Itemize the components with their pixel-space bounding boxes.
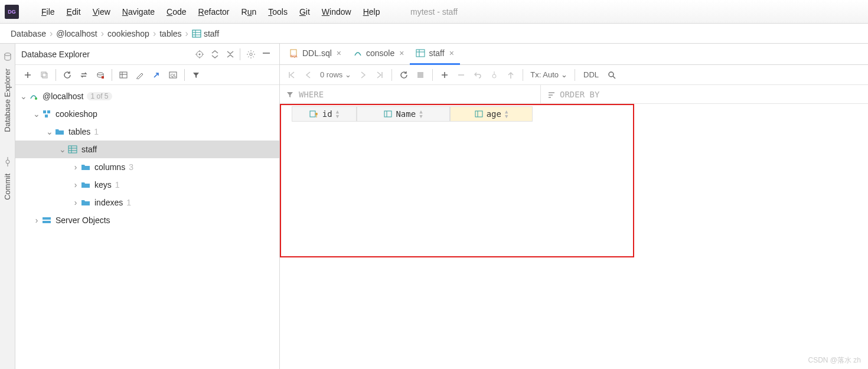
rows-count[interactable]: 0 rows ⌄ <box>318 70 354 79</box>
menu-help[interactable]: Help <box>357 5 386 19</box>
commit-tool[interactable]: Commit <box>3 174 12 200</box>
commit-button[interactable] <box>487 68 501 82</box>
orderby-filter-input[interactable]: ORDER BY <box>541 85 605 103</box>
sync-button[interactable] <box>76 67 92 83</box>
folder-icon <box>80 162 91 172</box>
add-button[interactable] <box>20 67 35 83</box>
search-button[interactable] <box>605 68 619 82</box>
datasource-icon <box>28 91 39 102</box>
ddl-button[interactable]: DDL <box>580 70 602 79</box>
menu-file[interactable]: File <box>35 5 61 19</box>
hide-panel-icon[interactable] <box>259 47 273 61</box>
menu-navigate[interactable]: Navigate <box>116 5 161 19</box>
svg-point-42 <box>609 72 614 77</box>
edit-button[interactable] <box>132 67 148 83</box>
collapse-all-icon[interactable] <box>223 47 237 61</box>
svg-rect-27 <box>47 110 50 113</box>
tree-tables[interactable]: ⌄ tables 1 <box>15 123 279 141</box>
commit-icon[interactable] <box>3 157 12 166</box>
chevron-right-icon[interactable]: › <box>71 162 80 172</box>
menu-tools[interactable]: Tools <box>262 5 293 19</box>
tree-host[interactable]: ⌄ @localhost 1 of 5 <box>15 87 279 105</box>
close-icon[interactable]: × <box>337 48 341 58</box>
chevron-down-icon[interactable]: ⌄ <box>58 145 67 154</box>
menu-refactor[interactable]: Refactor <box>192 5 236 19</box>
crumb-tables[interactable]: tables <box>159 29 181 38</box>
menu-code[interactable]: Code <box>161 5 192 19</box>
menu-edit[interactable]: Edit <box>61 5 87 19</box>
chevron-right-icon[interactable]: › <box>71 198 80 207</box>
svg-rect-20 <box>120 72 127 78</box>
prev-page-button[interactable] <box>301 68 315 82</box>
stop-query-button[interactable] <box>413 68 428 82</box>
last-page-button[interactable] <box>373 68 387 82</box>
tree-server-objects[interactable]: › Server Objects <box>15 211 279 229</box>
column-header-id[interactable]: id ▲▼ <box>292 106 357 122</box>
filter-icon <box>286 90 294 99</box>
table-icon <box>416 48 425 58</box>
column-header-name[interactable]: Name ▲▼ <box>357 106 450 122</box>
svg-rect-37 <box>416 50 425 57</box>
tree-table-staff[interactable]: ⌄ staff <box>15 141 279 158</box>
folder-icon <box>80 197 91 208</box>
column-header-age[interactable]: age ▲▼ <box>450 106 533 122</box>
console-icon <box>353 48 363 58</box>
next-page-button[interactable] <box>356 68 370 82</box>
svg-point-25 <box>35 97 37 100</box>
menu-run[interactable]: Run <box>236 5 263 19</box>
key-column-icon <box>309 110 319 118</box>
data-grid[interactable]: id ▲▼ Name ▲▼ age ▲▼ <box>280 104 868 369</box>
svg-rect-26 <box>43 110 46 113</box>
chevron-right-icon[interactable]: › <box>32 215 41 225</box>
chevron-right-icon[interactable]: › <box>71 180 80 190</box>
reload-button[interactable] <box>397 68 411 82</box>
svg-line-43 <box>613 76 615 79</box>
close-icon[interactable]: × <box>399 48 404 58</box>
stop-button[interactable] <box>93 67 108 83</box>
revert-button[interactable] <box>471 68 485 82</box>
duplicate-button[interactable] <box>37 67 52 83</box>
crumb-host[interactable]: @localhost <box>56 29 97 38</box>
close-icon[interactable]: × <box>449 48 454 58</box>
chevron-down-icon[interactable]: ⌄ <box>45 127 54 136</box>
editor-area: SQL DDL.sql × console × staff × 0 rows ⌄ <box>280 44 868 369</box>
sort-icon <box>547 90 555 99</box>
where-filter-input[interactable]: WHERE <box>280 85 541 103</box>
add-row-button[interactable] <box>438 68 452 82</box>
tab-staff[interactable]: staff × <box>410 44 459 65</box>
first-page-button[interactable] <box>285 68 299 82</box>
database-tree[interactable]: ⌄ @localhost 1 of 5 ⌄ cookieshop ⌄ table… <box>15 85 279 369</box>
menu-git[interactable]: Git <box>293 5 316 19</box>
svg-rect-47 <box>384 111 391 117</box>
db-explorer-tool[interactable]: Database Explorer <box>3 68 12 132</box>
menu-window[interactable]: Window <box>316 5 357 19</box>
remove-row-button[interactable] <box>454 68 468 82</box>
menu-view[interactable]: View <box>87 5 116 19</box>
filter-button[interactable] <box>188 67 204 83</box>
crumb-staff[interactable]: staff <box>192 29 219 38</box>
table-view-button[interactable] <box>116 67 131 83</box>
server-icon <box>41 215 52 226</box>
database-icon[interactable] <box>3 52 12 61</box>
expand-all-icon[interactable] <box>208 47 222 61</box>
crumb-database[interactable]: Database <box>11 29 46 38</box>
tree-columns[interactable]: › columns 3 <box>15 158 279 176</box>
jump-button[interactable] <box>149 67 164 83</box>
chevron-down-icon[interactable]: ⌄ <box>19 92 28 101</box>
table-icon <box>192 29 201 38</box>
tx-mode[interactable]: Tx: Auto ⌄ <box>528 70 570 79</box>
submit-button[interactable] <box>504 68 518 82</box>
tab-ddl-sql[interactable]: SQL DDL.sql × <box>283 44 347 65</box>
query-console-button[interactable]: QL <box>165 67 181 83</box>
tree-indexes[interactable]: › indexes 1 <box>15 194 279 211</box>
chevron-down-icon[interactable]: ⌄ <box>32 109 41 119</box>
crumb-schema[interactable]: cookieshop <box>107 29 149 38</box>
tab-console[interactable]: console × <box>347 44 410 65</box>
gear-icon[interactable] <box>244 47 258 61</box>
tree-keys[interactable]: › keys 1 <box>15 176 279 194</box>
refresh-button[interactable] <box>60 67 75 83</box>
target-icon[interactable] <box>192 47 207 61</box>
svg-text:QL: QL <box>171 73 176 78</box>
svg-text:SQL: SQL <box>291 54 298 58</box>
tree-schema[interactable]: ⌄ cookieshop <box>15 105 279 123</box>
